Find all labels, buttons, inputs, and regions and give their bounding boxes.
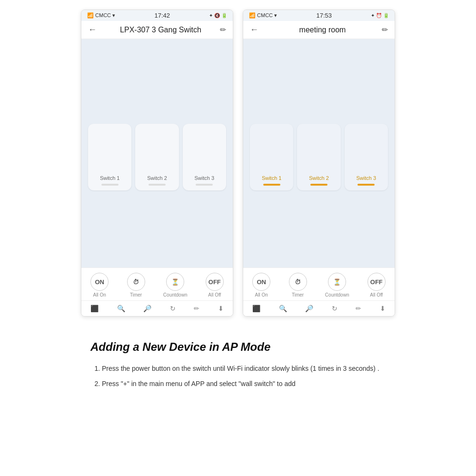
phone1-edit-button[interactable]: ✏	[220, 25, 226, 34]
phone1-tool-download[interactable]: ⬇	[218, 305, 224, 312]
phone2-switch-3-label: Switch 3	[357, 175, 377, 181]
phone-2: 📶 CMCC ▾ 17:53 ✦ ⏰ 🔋 ← meeting room ✏ Sw…	[243, 10, 395, 317]
phone2-alloff-button[interactable]: OFF All Off	[367, 273, 386, 298]
phone2-tool-refresh[interactable]: ↻	[332, 305, 337, 312]
phone2-bottom-actions: ON All On ⏱ Timer ⏳ Countdown OFF All Of…	[243, 268, 395, 300]
phone2-spacer2	[250, 190, 388, 261]
phone1-tool-zoomout[interactable]: 🔎	[143, 305, 151, 312]
phone1-app-header: ← LPX-307 3 Gang Switch ✏	[81, 21, 233, 39]
phone2-title: meeting room	[263, 26, 382, 34]
phone1-back-button[interactable]: ←	[88, 25, 97, 35]
phone1-switch-3[interactable]: Switch 3	[183, 124, 226, 190]
phone1-countdown-label: Countdown	[163, 292, 188, 298]
phone-1: 📶 CMCC ▾ 17:42 ✦ 🔇 🔋 ← LPX-307 3 Gang Sw…	[81, 10, 233, 317]
phone2-toolbar: ⬛ 🔍 🔎 ↻ ✏ ⬇	[243, 300, 395, 316]
phone1-timer-label: Timer	[130, 292, 142, 298]
phone2-switch-cards: Switch 1 Switch 2 Switch 3	[250, 124, 388, 190]
phone1-content: Switch 1 Switch 2 Switch 3	[81, 39, 233, 268]
phone1-time: 17:42	[155, 12, 170, 19]
phone2-switch-3-indicator	[357, 184, 375, 186]
phone1-allon-label: All On	[93, 292, 106, 298]
text-section: Adding a New Device in AP Mode Press the…	[71, 336, 405, 399]
phone2-alloff-circle: OFF	[367, 273, 386, 291]
phone1-timer-button[interactable]: ⏱ Timer	[127, 273, 145, 298]
phone2-battery: ✦ ⏰ 🔋	[371, 13, 389, 18]
phone2-alloff-label: All Off	[370, 292, 383, 298]
phone1-switch-1[interactable]: Switch 1	[88, 124, 131, 190]
phone1-countdown-circle: ⏳	[166, 273, 184, 291]
phone2-switch-3[interactable]: Switch 3	[345, 124, 388, 190]
phone2-tool-screen[interactable]: ⬛	[252, 305, 260, 312]
phone2-timer-label: Timer	[292, 292, 304, 298]
phone2-countdown-button[interactable]: ⏳ Countdown	[325, 273, 349, 298]
phone2-signal: 📶 CMCC ▾	[249, 12, 277, 19]
phone2-app-header: ← meeting room ✏	[243, 21, 395, 39]
phone1-tool-zoomin[interactable]: 🔍	[117, 305, 125, 312]
phone2-time: 17:53	[317, 12, 332, 19]
phone1-tool-screen[interactable]: ⬛	[90, 305, 99, 312]
phone2-allon-circle: ON	[252, 273, 270, 291]
phone1-timer-circle: ⏱	[127, 273, 145, 291]
phone1-battery: ✦ 🔇 🔋	[209, 13, 227, 18]
phone2-switch-2-indicator	[310, 184, 327, 186]
phone1-allon-button[interactable]: ON All On	[90, 273, 109, 298]
phone1-spacer2	[88, 190, 226, 261]
phone2-tool-edit[interactable]: ✏	[356, 305, 361, 312]
phone2-allon-button[interactable]: ON All On	[252, 273, 270, 298]
phone2-switch-1-label: Switch 1	[262, 175, 282, 181]
phone2-switch-2[interactable]: Switch 2	[297, 124, 340, 190]
phone1-signal-text: 📶 CMCC ▾	[87, 12, 115, 19]
phone1-switch-2-indicator	[149, 184, 166, 186]
phone2-tool-zoomout[interactable]: 🔎	[305, 305, 313, 312]
instructions-list: Press the power button on the switch unt…	[90, 363, 386, 389]
phone1-switch-3-label: Switch 3	[195, 175, 215, 181]
phone1-switch-2[interactable]: Switch 2	[135, 124, 178, 190]
phone2-switch-1[interactable]: Switch 1	[250, 124, 293, 190]
phone2-switch-2-label: Switch 2	[309, 175, 329, 181]
phone1-signal: 📶 CMCC ▾	[87, 12, 115, 19]
phone2-countdown-label: Countdown	[325, 292, 349, 298]
phone2-tool-zoomin[interactable]: 🔍	[279, 305, 287, 312]
phone1-switch-3-indicator	[196, 184, 213, 186]
instruction-2: Press "+" in the main menu of APP and se…	[102, 378, 386, 389]
phone1-spacer	[88, 49, 226, 119]
phone2-timer-circle: ⏱	[289, 273, 307, 291]
phone1-title: LPX-307 3 Gang Switch	[101, 26, 220, 34]
phone1-alloff-label: All Off	[208, 292, 221, 298]
page-wrapper: 📶 CMCC ▾ 17:42 ✦ 🔇 🔋 ← LPX-307 3 Gang Sw…	[0, 0, 476, 408]
phone1-alloff-circle: OFF	[206, 273, 224, 291]
phone1-switch-1-label: Switch 1	[100, 175, 120, 181]
section-heading: Adding a New Device in AP Mode	[90, 340, 386, 354]
phone2-edit-button[interactable]: ✏	[382, 25, 388, 34]
phone1-bottom-actions: ON All On ⏱ Timer ⏳ Countdown OFF All Of…	[81, 268, 233, 300]
phone1-switch-1-indicator	[101, 184, 119, 186]
phone2-status-bar: 📶 CMCC ▾ 17:53 ✦ ⏰ 🔋	[243, 10, 395, 21]
phone2-back-button[interactable]: ←	[250, 25, 258, 35]
instruction-1: Press the power button on the switch unt…	[102, 363, 386, 374]
phone1-tool-refresh[interactable]: ↻	[170, 305, 176, 312]
phone1-switch-cards: Switch 1 Switch 2 Switch 3	[88, 124, 226, 190]
phone2-countdown-circle: ⏳	[328, 273, 346, 291]
phone2-content: Switch 1 Switch 2 Switch 3	[243, 39, 395, 268]
phone1-toolbar: ⬛ 🔍 🔎 ↻ ✏ ⬇	[81, 300, 233, 316]
phone2-switch-1-indicator	[263, 184, 280, 186]
phone1-allon-circle: ON	[90, 273, 109, 291]
phone1-status-bar: 📶 CMCC ▾ 17:42 ✦ 🔇 🔋	[81, 10, 233, 21]
phone1-alloff-button[interactable]: OFF All Off	[206, 273, 224, 298]
phone1-tool-edit[interactable]: ✏	[194, 305, 199, 312]
phones-container: 📶 CMCC ▾ 17:42 ✦ 🔇 🔋 ← LPX-307 3 Gang Sw…	[81, 10, 395, 317]
phone2-spacer	[250, 49, 388, 119]
phone1-switch-2-label: Switch 2	[147, 175, 167, 181]
phone2-tool-download[interactable]: ⬇	[380, 305, 386, 312]
phone2-timer-button[interactable]: ⏱ Timer	[289, 273, 307, 298]
phone2-signal-text: 📶 CMCC ▾	[249, 12, 277, 19]
phone2-allon-label: All On	[255, 292, 268, 298]
phone1-countdown-button[interactable]: ⏳ Countdown	[163, 273, 188, 298]
